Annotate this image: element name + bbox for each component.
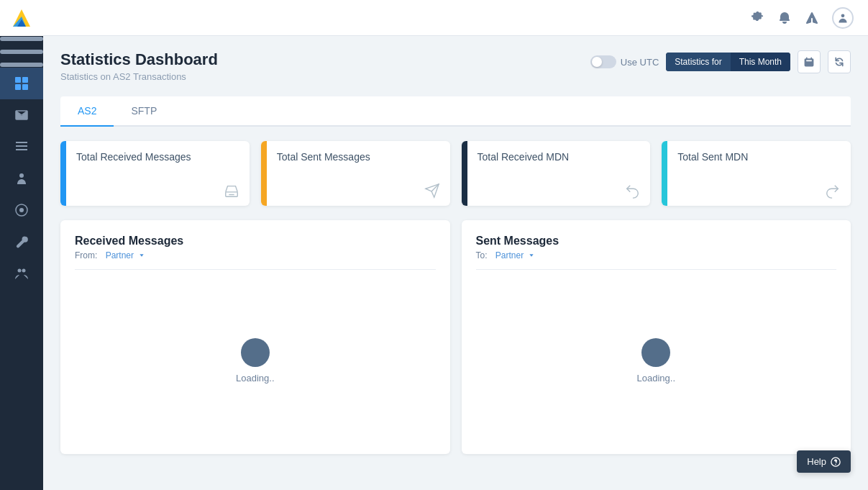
stats-for-group: Statistics for This Month <box>666 53 790 71</box>
stats-cards-grid: Total Received Messages Total Sent Messa… <box>60 141 851 206</box>
calendar-icon <box>803 56 815 68</box>
protocol-tabs: AS2 SFTP <box>60 96 851 127</box>
toggle-knob <box>592 57 602 67</box>
group-icon <box>14 266 29 281</box>
svg-rect-4 <box>0 50 43 54</box>
tab-sftp[interactable]: SFTP <box>114 96 174 127</box>
help-label: Help <box>807 456 826 467</box>
circle-settings-icon <box>14 203 29 217</box>
chart-sent-subtitle-prefix: To: <box>476 250 488 260</box>
chart-sent-messages: Sent Messages To: Partner Loading.. <box>462 220 851 454</box>
page-subtitle: Statistics on AS2 Transactions <box>60 71 218 82</box>
sidebar-item-settings[interactable] <box>0 194 43 226</box>
stat-card-body-sent-mdn: Total Sent MDN <box>667 141 851 206</box>
stats-for-label: Statistics for <box>666 53 730 71</box>
chart-received-subtitle-value: Partner <box>106 250 134 260</box>
gear-icon <box>750 11 764 25</box>
header-controls: Use UTC Statistics for This Month <box>590 50 851 73</box>
sidebar-item-users[interactable] <box>0 258 43 289</box>
svg-point-17 <box>18 269 22 273</box>
user-avatar[interactable] <box>832 7 854 29</box>
sidebar-item-transactions[interactable] <box>0 131 43 163</box>
bell-nav-icon[interactable] <box>777 11 792 25</box>
loading-spinner-sent <box>641 338 670 367</box>
help-question-icon <box>831 457 841 467</box>
stat-card-body-received: Total Received Messages <box>66 141 250 206</box>
stat-card-icon-received <box>76 183 239 199</box>
stat-card-sent-mdn: Total Sent MDN <box>662 141 851 206</box>
svg-rect-12 <box>16 145 27 147</box>
svg-rect-6 <box>15 77 21 83</box>
loading-spinner-received <box>241 338 270 367</box>
wrench-icon <box>14 235 29 249</box>
chart-divider-sent <box>476 269 837 270</box>
stat-card-icon-sent <box>277 183 440 199</box>
sidebar-item-dashboard[interactable] <box>0 68 43 99</box>
svg-rect-3 <box>0 37 43 41</box>
forward-icon <box>825 183 841 199</box>
charts-grid: Received Messages From: Partner Loading.… <box>60 220 851 454</box>
loading-text-received: Loading.. <box>236 373 275 384</box>
page-title-area: Statistics Dashboard Statistics on AS2 T… <box>60 50 218 82</box>
chart-received-subtitle: From: Partner <box>75 250 436 260</box>
cursor-icon <box>805 11 819 25</box>
page-title: Statistics Dashboard <box>60 50 218 69</box>
svg-point-20 <box>831 457 840 466</box>
loading-area-received: Loading.. <box>75 281 436 440</box>
chart-sent-subtitle-value: Partner <box>495 250 524 260</box>
list-icon <box>14 140 29 154</box>
stat-card-bar-recv-mdn <box>462 141 467 206</box>
person-icon <box>14 171 29 186</box>
bell-icon <box>777 11 792 25</box>
loading-text-sent: Loading.. <box>637 373 676 384</box>
svg-point-14 <box>19 173 24 178</box>
page-header: Statistics Dashboard Statistics on AS2 T… <box>60 50 851 82</box>
inbox-icon <box>224 183 239 199</box>
sidebar-item-tools[interactable] <box>0 226 43 258</box>
stats-for-value[interactable]: This Month <box>731 53 790 71</box>
sidebar <box>0 0 43 490</box>
stat-card-title-sent: Total Sent Messages <box>277 151 440 163</box>
svg-rect-5 <box>0 63 43 67</box>
refresh-button[interactable] <box>828 50 851 73</box>
svg-rect-9 <box>22 84 28 90</box>
stat-card-received-messages: Total Received Messages <box>60 141 250 206</box>
use-utc-toggle[interactable] <box>590 55 616 68</box>
loading-area-sent: Loading.. <box>476 281 837 440</box>
hamburger-icon <box>0 30 43 73</box>
sidebar-item-partners[interactable] <box>0 163 43 194</box>
svg-rect-7 <box>22 77 28 83</box>
svg-point-16 <box>19 208 24 212</box>
settings-nav-icon[interactable] <box>750 11 764 25</box>
utc-toggle-group: Use UTC <box>590 55 659 68</box>
svg-rect-11 <box>16 142 27 143</box>
chart-received-title: Received Messages <box>75 235 436 248</box>
partner-filter-icon[interactable] <box>137 250 147 260</box>
use-utc-label: Use UTC <box>621 57 659 68</box>
reply-icon <box>624 183 640 199</box>
tab-as2[interactable]: AS2 <box>60 96 114 127</box>
envelope-icon <box>14 108 29 122</box>
chart-sent-title: Sent Messages <box>476 235 837 248</box>
menu-toggle[interactable] <box>0 36 43 68</box>
calendar-button[interactable] <box>798 50 821 73</box>
svg-rect-8 <box>15 84 21 90</box>
stat-card-icon-sent-mdn <box>677 183 841 199</box>
navigation-nav-icon[interactable] <box>805 11 819 25</box>
user-avatar-icon <box>837 12 849 24</box>
stat-card-body-sent: Total Sent Messages <box>267 141 450 206</box>
stat-card-bar-sent-mdn <box>662 141 667 206</box>
refresh-icon <box>833 56 845 68</box>
dashboard-icon <box>14 76 29 91</box>
top-navigation <box>43 0 868 36</box>
help-button[interactable]: Help <box>797 450 851 473</box>
chart-received-subtitle-prefix: From: <box>75 250 97 260</box>
chart-divider-received <box>75 269 436 270</box>
sidebar-item-messages[interactable] <box>0 99 43 131</box>
svg-rect-13 <box>16 149 27 150</box>
stat-card-sent-messages: Total Sent Messages <box>261 141 450 206</box>
chart-received-messages: Received Messages From: Partner Loading.… <box>60 220 450 454</box>
sent-partner-filter-icon[interactable] <box>526 250 536 260</box>
page-content: Statistics Dashboard Statistics on AS2 T… <box>43 36 868 490</box>
stat-card-bar-sent <box>261 141 267 206</box>
